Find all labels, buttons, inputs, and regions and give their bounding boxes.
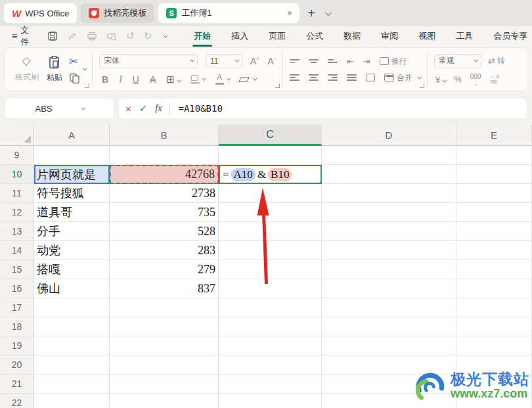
row-header-14[interactable]: 14	[0, 241, 34, 260]
copy-icon[interactable]	[69, 73, 81, 83]
row-header-12[interactable]: 12	[0, 203, 34, 222]
comma-format-icon[interactable]: 000,	[470, 74, 481, 85]
cell-d13[interactable]	[322, 222, 456, 241]
column-header-e[interactable]: E	[456, 125, 532, 146]
save-icon[interactable]	[47, 31, 58, 41]
cell-b15[interactable]: 279	[110, 260, 219, 279]
row-header-15[interactable]: 15	[0, 260, 34, 279]
increase-font-size-button[interactable]: A+	[250, 55, 260, 66]
cell-e12[interactable]	[456, 203, 532, 222]
wrap-text-button[interactable]: 换行	[380, 56, 407, 67]
row-header-20[interactable]: 20	[0, 355, 34, 374]
wps-office-home-tab[interactable]: W WPS Office	[4, 3, 77, 23]
cell-b18[interactable]	[110, 317, 219, 336]
align-top-icon[interactable]	[290, 59, 299, 63]
column-header-a[interactable]: A	[34, 125, 110, 146]
reference-handle-icon[interactable]	[34, 181, 37, 184]
cell-a22[interactable]	[34, 394, 110, 408]
cell-b17[interactable]	[110, 298, 219, 317]
tab-list-chevron-down-icon[interactable]	[325, 9, 332, 16]
cell-e10[interactable]	[456, 165, 532, 184]
cell-c20[interactable]	[219, 355, 322, 374]
tab-member[interactable]: 会员专享	[492, 27, 529, 45]
select-all-button[interactable]	[0, 125, 34, 146]
decrease-indent-icon[interactable]: ⇤	[347, 57, 354, 66]
cell-e9[interactable]	[456, 146, 532, 165]
cell-b11[interactable]: 2738	[110, 184, 219, 203]
cell-a15[interactable]: 搭嘎	[34, 260, 110, 279]
cell-b14[interactable]: 283	[110, 241, 219, 260]
cell-b12[interactable]: 735	[110, 203, 219, 222]
cell-e18[interactable]	[456, 317, 532, 336]
tab-tools[interactable]: 工具	[454, 27, 474, 45]
font-color-button[interactable]: A	[215, 74, 229, 85]
cell-d14[interactable]	[322, 241, 456, 260]
cell-a10-referenced[interactable]: 片网页就是	[34, 165, 110, 184]
row-header-10[interactable]: 10	[0, 165, 34, 184]
cell-a18[interactable]	[34, 317, 110, 336]
clipboard-dialog-launcher-icon[interactable]	[85, 83, 89, 88]
new-tab-button[interactable]: +	[303, 4, 319, 22]
cell-b10-referenced[interactable]: 42768	[110, 165, 219, 184]
number-format-select[interactable]: 常规	[434, 54, 481, 68]
cell-c19[interactable]	[219, 336, 322, 355]
cell-e15[interactable]	[456, 260, 532, 279]
row-header-13[interactable]: 13	[0, 222, 34, 241]
row-header-9[interactable]: 9	[0, 146, 34, 165]
cell-e16[interactable]	[456, 279, 532, 298]
italic-button[interactable]: I	[119, 74, 122, 85]
tab-home[interactable]: 开始	[192, 27, 212, 45]
percent-format-icon[interactable]: %	[454, 74, 462, 84]
font-family-select[interactable]: 宋体	[99, 54, 198, 68]
cell-a14[interactable]: 动党	[34, 241, 110, 260]
cell-d9[interactable]	[322, 146, 456, 165]
cell-a13[interactable]: 分手	[34, 222, 110, 241]
align-middle-icon[interactable]	[309, 59, 319, 63]
cell-d15[interactable]	[322, 260, 456, 279]
cell-d16[interactable]	[322, 279, 456, 298]
fill-handle[interactable]	[319, 181, 322, 184]
align-center-icon[interactable]	[309, 74, 319, 81]
docer-template-tab[interactable]: 找稻壳模板	[81, 3, 154, 23]
cell-d18[interactable]	[322, 317, 456, 336]
row-header-22[interactable]: 22	[0, 394, 34, 408]
paste-button[interactable]: 粘贴	[43, 55, 66, 83]
cell-e11[interactable]	[456, 184, 532, 203]
row-header-19[interactable]: 19	[0, 336, 34, 355]
tab-insert[interactable]: 插入	[230, 27, 250, 45]
align-bottom-icon[interactable]	[328, 59, 338, 63]
cell-c17[interactable]	[219, 298, 322, 317]
align-left-icon[interactable]	[290, 74, 299, 81]
cell-b21[interactable]	[110, 374, 219, 394]
cell-a16[interactable]: 佛山	[34, 279, 110, 298]
font-size-select[interactable]: 11	[206, 54, 242, 68]
cell-d19[interactable]	[322, 336, 456, 355]
align-right-icon[interactable]	[328, 74, 338, 81]
formula-text[interactable]: =A10&B10	[178, 103, 222, 114]
cell-d10[interactable]	[322, 165, 456, 184]
name-box[interactable]: ABS	[5, 99, 114, 118]
cancel-entry-icon[interactable]: ×	[125, 103, 131, 114]
tab-page[interactable]: 页面	[267, 27, 287, 45]
cell-c9[interactable]	[219, 146, 322, 165]
print-icon[interactable]	[87, 31, 97, 41]
cell-a11[interactable]: 符号搜狐	[34, 184, 110, 203]
reference-handle-icon[interactable]	[34, 165, 37, 168]
strikethrough-button[interactable]: A	[150, 74, 156, 85]
workbook-tab[interactable]: S 工作簿1	[158, 3, 299, 23]
file-menu-button[interactable]: ≡ 文件	[7, 24, 34, 48]
cell-b9[interactable]	[110, 146, 219, 165]
cell-d12[interactable]	[322, 203, 456, 222]
decimal-adjust-icon[interactable]: ←.0.00	[489, 74, 499, 85]
decrease-font-size-button[interactable]: A-	[268, 55, 276, 66]
undo-icon[interactable]: ↺	[126, 30, 135, 42]
underline-button[interactable]: U	[133, 74, 139, 85]
cell-d11[interactable]	[322, 184, 456, 203]
tab-data[interactable]: 数据	[342, 27, 362, 45]
column-header-b[interactable]: B	[110, 125, 219, 146]
currency-format-button[interactable]: ¥	[435, 74, 445, 85]
cell-e17[interactable]	[456, 298, 532, 317]
justify-icon[interactable]	[347, 74, 357, 81]
row-header-18[interactable]: 18	[0, 317, 34, 336]
fill-color-button[interactable]	[190, 75, 205, 84]
